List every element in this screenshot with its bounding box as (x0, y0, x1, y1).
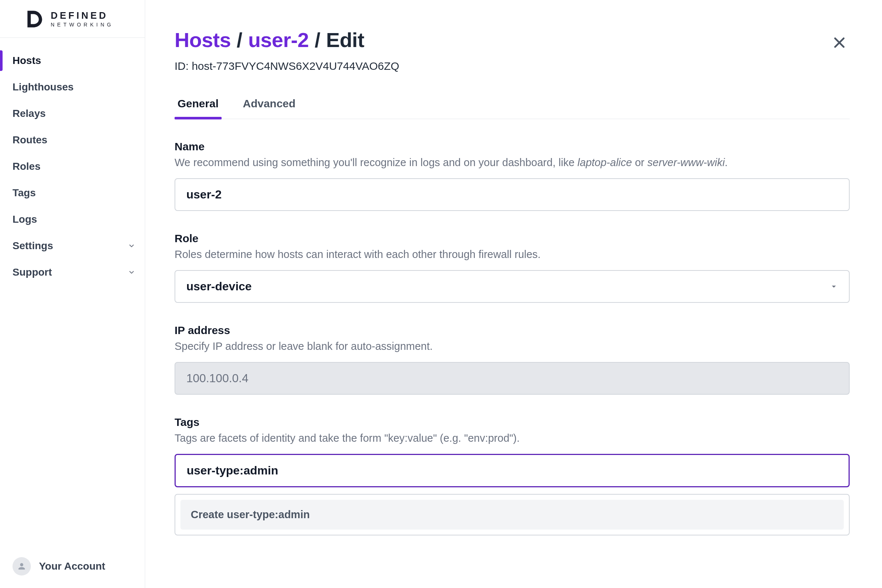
field-label: Tags (175, 416, 850, 429)
sidebar-header: DEFINED NETWORKING (0, 0, 145, 38)
host-id: ID: host-773FVYC4NWS6X2V4U744VAO6ZQ (175, 60, 850, 72)
sidebar-item-label: Tags (12, 187, 36, 199)
brand-name: DEFINED (51, 10, 114, 20)
user-icon (17, 561, 27, 571)
sidebar-item-hosts[interactable]: Hosts (0, 47, 145, 74)
field-ip: IP address Specify IP address or leave b… (175, 324, 850, 395)
sidebar: DEFINED NETWORKING Hosts Lighthouses Rel… (0, 0, 145, 588)
breadcrumb-root[interactable]: Hosts (175, 28, 231, 52)
field-desc: We recommend using something you'll reco… (175, 156, 850, 169)
tags-dropdown: Create user-type:admin (175, 494, 850, 536)
field-tags: Tags Tags are facets of identity and tak… (175, 416, 850, 536)
sidebar-item-label: Hosts (12, 55, 41, 66)
main-content: Hosts / user-2 / Edit ID: host-773FVYC4N… (145, 0, 882, 588)
sidebar-item-label: Support (12, 266, 52, 278)
sidebar-item-label: Routes (12, 134, 47, 146)
tab-advanced[interactable]: Advanced (240, 98, 298, 119)
brand-mark-icon (23, 8, 44, 29)
tabs: General Advanced (175, 98, 850, 119)
close-icon (832, 35, 847, 50)
breadcrumb-sep: / (315, 28, 320, 52)
field-name: Name We recommend using something you'll… (175, 140, 850, 211)
sidebar-item-settings[interactable]: Settings (0, 232, 145, 259)
account-link[interactable]: Your Account (12, 557, 105, 576)
field-label: IP address (175, 324, 850, 337)
breadcrumb-current: Edit (326, 28, 364, 52)
field-label: Role (175, 232, 850, 245)
sidebar-item-label: Settings (12, 240, 53, 252)
brand-logo[interactable]: DEFINED NETWORKING (23, 8, 145, 29)
tab-general[interactable]: General (175, 98, 222, 119)
tab-label: Advanced (243, 98, 296, 110)
brand-sub: NETWORKING (51, 22, 114, 27)
field-desc: Specify IP address or leave blank for au… (175, 340, 850, 352)
breadcrumb-item[interactable]: user-2 (248, 28, 309, 52)
sidebar-item-roles[interactable]: Roles (0, 153, 145, 180)
sidebar-item-routes[interactable]: Routes (0, 127, 145, 153)
sidebar-item-logs[interactable]: Logs (0, 206, 145, 232)
avatar (12, 557, 31, 576)
create-tag-option[interactable]: Create user-type:admin (180, 500, 844, 530)
sidebar-item-label: Relays (12, 108, 46, 119)
caret-down-icon (830, 283, 838, 291)
brand-wordmark: DEFINED NETWORKING (51, 10, 114, 27)
sidebar-item-label: Roles (12, 160, 40, 172)
account-label: Your Account (39, 560, 105, 572)
field-role: Role Roles determine how hosts can inter… (175, 232, 850, 303)
close-button[interactable] (832, 35, 847, 50)
sidebar-item-tags[interactable]: Tags (0, 180, 145, 206)
ip-input: 100.100.0.4 (175, 362, 850, 395)
sidebar-item-label: Logs (12, 213, 37, 225)
field-label: Name (175, 140, 850, 153)
breadcrumb: Hosts / user-2 / Edit (175, 28, 850, 52)
field-desc: Roles determine how hosts can interact w… (175, 248, 850, 261)
sidebar-nav: Hosts Lighthouses Relays Routes Roles Ta… (0, 38, 145, 588)
chevron-down-icon (128, 268, 135, 276)
sidebar-item-lighthouses[interactable]: Lighthouses (0, 74, 145, 100)
tags-input[interactable] (175, 454, 850, 487)
sidebar-item-support[interactable]: Support (0, 259, 145, 285)
field-desc: Tags are facets of identity and take the… (175, 432, 850, 444)
breadcrumb-sep: / (237, 28, 242, 52)
role-select[interactable]: user-device (175, 270, 850, 303)
sidebar-item-label: Lighthouses (12, 81, 74, 93)
name-input[interactable] (175, 178, 850, 211)
sidebar-item-relays[interactable]: Relays (0, 100, 145, 127)
chevron-down-icon (128, 242, 135, 249)
role-value: user-device (186, 280, 252, 293)
tab-label: General (177, 98, 219, 110)
